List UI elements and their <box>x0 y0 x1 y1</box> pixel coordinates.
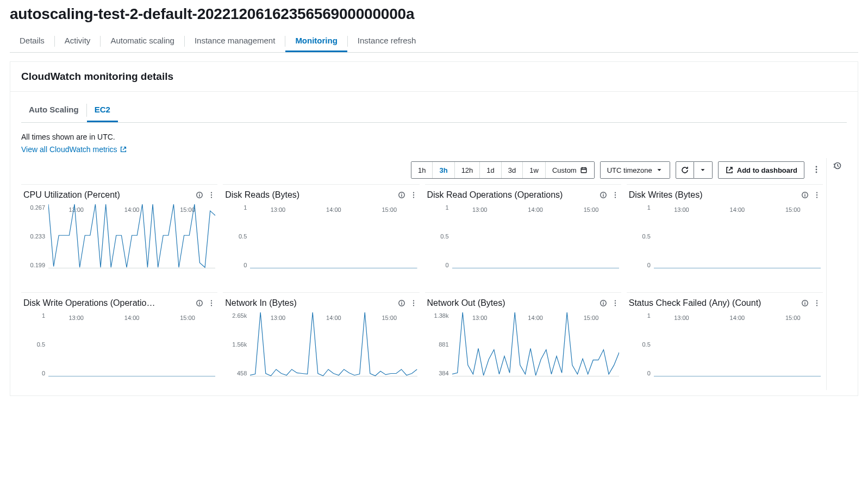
chart-card: Network Out (Bytes)1.38k88138413:0014:00… <box>425 292 621 390</box>
subtab-ec2[interactable]: EC2 <box>87 98 118 122</box>
dots-vertical-icon[interactable] <box>813 299 821 307</box>
link-text: View all CloudWatch metrics <box>21 145 117 154</box>
refresh-icon <box>680 166 689 174</box>
chart-title: Network Out (Bytes) <box>427 298 596 308</box>
range-3h[interactable]: 3h <box>432 162 454 178</box>
range-3d[interactable]: 3d <box>501 162 522 178</box>
chart-title: Network In (Bytes) <box>225 298 394 308</box>
plot-area[interactable]: 13:0014:0015:00 <box>250 204 417 285</box>
info-icon[interactable] <box>600 299 607 307</box>
svg-point-5 <box>211 192 212 193</box>
tab-details[interactable]: Details <box>10 30 54 52</box>
info-icon[interactable] <box>801 299 809 307</box>
plot-area[interactable]: 13:0014:0015:00 <box>48 204 215 285</box>
refresh-options-button[interactable] <box>694 161 713 179</box>
svg-point-33 <box>816 300 817 301</box>
svg-point-1 <box>816 166 817 167</box>
y-axis: 10.50 <box>427 204 452 268</box>
add-to-dashboard-label: Add to dashboard <box>737 166 797 174</box>
svg-rect-0 <box>581 168 586 173</box>
page-title: autoscaling-test-2-default-2022120616235… <box>10 5 858 23</box>
y-axis: 2.65k1.56k458 <box>225 312 250 376</box>
chart-title: Status Check Failed (Any) (Count) <box>629 298 798 308</box>
y-axis: 10.50 <box>629 312 654 376</box>
y-axis: 0.2670.2330.199 <box>23 204 48 268</box>
info-icon[interactable] <box>196 191 203 199</box>
plot-area[interactable]: 13:0014:0015:00 <box>452 312 619 390</box>
dots-vertical-icon[interactable] <box>410 299 417 307</box>
tab-activity[interactable]: Activity <box>55 30 101 52</box>
time-range-group: 1h3h12h1d3d1wCustom <box>411 161 595 179</box>
chart-title: Disk Reads (Bytes) <box>225 190 394 200</box>
dots-vertical-icon[interactable] <box>611 191 619 199</box>
svg-point-35 <box>816 305 817 306</box>
info-icon[interactable] <box>801 191 809 199</box>
plot-area[interactable]: 13:0014:0015:00 <box>654 312 821 390</box>
info-icon[interactable] <box>398 191 405 199</box>
monitoring-panel: CloudWatch monitoring details Auto Scali… <box>10 61 858 396</box>
caret-down-icon <box>655 166 663 174</box>
subtab-auto-scaling[interactable]: Auto Scaling <box>21 98 86 122</box>
chart-card: Disk Read Operations (Operations)10.5013… <box>425 184 621 287</box>
chart-card: CPU Utilization (Percent)0.2670.2330.199… <box>21 184 217 287</box>
svg-point-17 <box>816 192 817 193</box>
range-1d[interactable]: 1d <box>479 162 501 178</box>
dots-vertical-icon[interactable] <box>813 191 821 199</box>
svg-point-27 <box>413 305 414 306</box>
svg-point-2 <box>816 168 817 170</box>
svg-point-10 <box>413 194 414 196</box>
range-custom[interactable]: Custom <box>545 162 594 178</box>
toolbar-menu-button[interactable] <box>810 163 823 178</box>
range-12h[interactable]: 12h <box>454 162 480 178</box>
svg-point-31 <box>615 305 616 306</box>
clock-history-icon[interactable] <box>833 161 841 172</box>
svg-point-11 <box>413 197 414 198</box>
svg-point-29 <box>615 300 616 301</box>
main-tabs: DetailsActivityAutomatic scalingInstance… <box>10 30 858 53</box>
plot-area[interactable]: 13:0014:0015:00 <box>48 312 215 390</box>
caret-down-icon <box>699 166 707 174</box>
svg-point-13 <box>615 192 616 193</box>
info-icon[interactable] <box>196 299 203 307</box>
timezone-note: All times shown are in UTC. <box>21 133 847 141</box>
svg-point-15 <box>615 197 616 198</box>
range-1w[interactable]: 1w <box>522 162 545 178</box>
svg-point-21 <box>211 300 212 301</box>
info-icon[interactable] <box>600 191 607 199</box>
svg-point-22 <box>211 303 212 304</box>
svg-point-30 <box>615 303 616 304</box>
view-all-metrics-link[interactable]: View all CloudWatch metrics <box>21 145 127 154</box>
tab-instance-refresh[interactable]: Instance refresh <box>348 30 426 52</box>
dots-vertical-icon[interactable] <box>410 191 417 199</box>
calendar-icon <box>580 166 588 174</box>
tab-automatic-scaling[interactable]: Automatic scaling <box>101 30 184 52</box>
chart-card: Disk Writes (Bytes)10.5013:0014:0015:00 <box>627 184 823 287</box>
dots-vertical-icon[interactable] <box>208 299 215 307</box>
charts-grid: CPU Utilization (Percent)0.2670.2330.199… <box>21 184 823 390</box>
dots-vertical-icon[interactable] <box>611 299 619 307</box>
dots-vertical-icon[interactable] <box>208 191 215 199</box>
svg-point-19 <box>816 197 817 198</box>
plot-area[interactable]: 13:0014:0015:00 <box>654 204 821 285</box>
chart-card: Disk Reads (Bytes)10.5013:0014:0015:00 <box>223 184 419 287</box>
tab-instance-management[interactable]: Instance management <box>185 30 285 52</box>
info-icon[interactable] <box>398 299 405 307</box>
timezone-select[interactable]: UTC timezone <box>600 161 670 179</box>
add-to-dashboard-button[interactable]: Add to dashboard <box>718 161 804 179</box>
range-1h[interactable]: 1h <box>411 162 432 178</box>
svg-point-25 <box>413 300 414 301</box>
y-axis: 10.50 <box>225 204 250 268</box>
svg-point-23 <box>211 305 212 306</box>
refresh-button[interactable] <box>676 161 694 179</box>
plot-area[interactable]: 13:0014:0015:00 <box>452 204 619 285</box>
y-axis: 10.50 <box>23 312 48 376</box>
chart-card: Network In (Bytes)2.65k1.56k45813:0014:0… <box>223 292 419 390</box>
svg-point-6 <box>211 194 212 196</box>
plot-area[interactable]: 13:0014:0015:00 <box>250 312 417 390</box>
y-axis: 10.50 <box>629 204 654 268</box>
sub-tabs: Auto ScalingEC2 <box>21 98 847 123</box>
tz-label: UTC timezone <box>607 166 652 174</box>
tab-monitoring[interactable]: Monitoring <box>285 30 347 52</box>
chart-title: Disk Read Operations (Operations) <box>427 190 596 200</box>
chart-card: Disk Write Operations (Operatio…10.5013:… <box>21 292 217 390</box>
